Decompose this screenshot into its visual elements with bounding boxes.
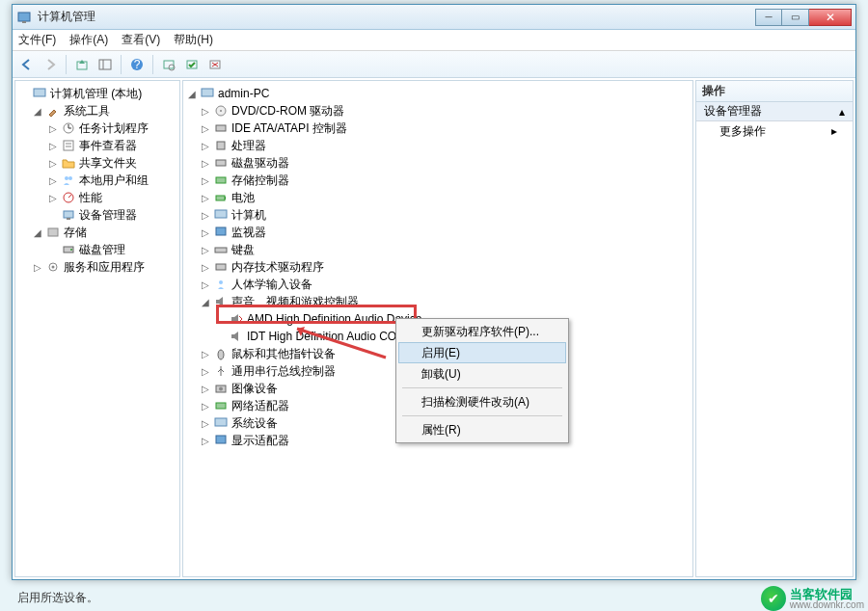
svg-point-19 [68,176,72,180]
show-hide-tree-button[interactable] [95,54,116,75]
svg-rect-46 [216,403,226,409]
close-button[interactable]: ✕ [809,9,852,26]
svg-rect-41 [216,264,226,270]
window-buttons: ─ ▭ ✕ [755,9,852,26]
actions-more[interactable]: 更多操作 ▸ [696,121,853,141]
svg-rect-35 [216,177,226,183]
ctx-scan[interactable]: 扫描检测硬件改动(A) [398,391,566,412]
dev-hid[interactable]: ▷人体学输入设备 [185,276,691,293]
event-icon [61,138,76,153]
ctx-properties[interactable]: 属性(R) [398,419,566,440]
tree-disk-mgmt[interactable]: ▷磁盘管理 [17,241,177,258]
actions-section[interactable]: 设备管理器 ▴ [696,102,853,121]
dev-storage-ctrl[interactable]: ▷存储控制器 [185,172,691,189]
svg-point-28 [52,266,55,269]
minimize-button[interactable]: ─ [755,9,782,26]
dev-sound[interactable]: ◢声音、视频和游戏控制器 [185,293,691,310]
forward-button[interactable] [40,54,61,75]
dev-monitor[interactable]: ▷监视器 [185,224,691,241]
sound-icon [213,294,229,309]
dev-battery[interactable]: ▷电池 [185,189,691,206]
tree-task-scheduler[interactable]: ▷任务计划程序 [17,120,177,137]
dev-memory[interactable]: ▷内存技术驱动程序 [185,258,691,276]
dev-ide[interactable]: ▷IDE ATA/ATAPI 控制器 [185,120,691,137]
disk-icon [213,155,229,171]
svg-point-26 [70,249,72,251]
svg-rect-3 [99,60,111,69]
network-icon [213,398,229,413]
system-icon [213,415,229,431]
titlebar: 计算机管理 ─ ▭ ✕ [13,5,855,30]
ctx-separator [402,415,562,416]
svg-rect-23 [67,218,70,220]
services-icon [45,259,61,275]
svg-rect-39 [216,227,226,235]
battery-icon [213,190,229,205]
maximize-button[interactable]: ▭ [782,9,809,26]
menu-file[interactable]: 文件(F) [18,32,56,48]
memory-icon [213,259,229,275]
tree-services[interactable]: ▷服务和应用程序 [17,258,177,276]
toolbar: ? [13,51,855,78]
svg-line-21 [68,195,71,198]
menu-help[interactable]: 帮助(H) [174,32,213,48]
menu-action[interactable]: 操作(A) [69,32,108,48]
computer-icon [213,207,229,223]
chevron-right-icon: ▸ [831,124,837,138]
perf-icon [61,190,76,205]
statusbar: 启用所选设备。 [12,588,856,607]
tree-device-manager[interactable]: ▷设备管理器 [17,206,177,224]
svg-rect-24 [48,228,58,236]
display-icon [213,433,229,448]
watermark-logo-icon: ✔ [761,586,786,611]
tree-root[interactable]: ▷计算机管理 (本地) [17,85,177,102]
collapse-icon: ▴ [839,105,845,119]
dev-disk[interactable]: ▷磁盘驱动器 [185,154,691,172]
svg-rect-34 [216,160,226,166]
svg-rect-1 [22,21,26,23]
tree-system-tools[interactable]: ◢系统工具 [17,102,177,120]
actions-header: 操作 [696,81,853,102]
tree-performance[interactable]: ▷性能 [17,189,177,206]
ctx-uninstall[interactable]: 卸载(U) [398,363,566,385]
scan-button[interactable] [158,54,179,75]
dev-dvd[interactable]: ▷DVD/CD-ROM 驱动器 [185,102,691,120]
ctx-update-driver[interactable]: 更新驱动程序软件(P)... [398,321,566,342]
ctx-enable[interactable]: 启用(E) [398,342,566,363]
uninstall-button[interactable] [204,54,226,75]
tree-shared-folders[interactable]: ▷共享文件夹 [17,154,177,172]
up-button[interactable] [71,54,93,75]
audio-device-icon [229,311,244,327]
tree-local-users[interactable]: ▷本地用户和组 [17,172,177,189]
context-menu: 更新驱动程序软件(P)... 启用(E) 卸载(U) 扫描检测硬件改动(A) 属… [395,318,569,443]
nav-pane: ▷计算机管理 (本地) ◢系统工具 ▷任务计划程序 ▷事件查看器 ▷共享文件夹 … [14,80,180,577]
svg-text:?: ? [134,58,141,71]
back-button[interactable] [16,54,38,75]
dev-root[interactable]: ◢admin-PC [185,85,691,102]
menubar: 文件(F) 操作(A) 查看(V) 帮助(H) [13,30,855,51]
storage-icon [45,225,61,240]
computer-icon [32,86,47,101]
dev-computer[interactable]: ▷计算机 [185,206,691,224]
svg-point-31 [220,110,222,112]
svg-rect-37 [225,197,226,199]
svg-rect-48 [216,436,226,443]
enable-button[interactable] [181,54,203,75]
usb-icon [213,363,229,379]
tree-storage[interactable]: ◢存储 [17,224,177,241]
tree-event-viewer[interactable]: ▷事件查看器 [17,137,177,154]
svg-point-45 [219,387,223,391]
app-icon [16,10,32,25]
svg-rect-13 [34,89,45,96]
help-button[interactable]: ? [126,54,148,75]
dev-keyboard[interactable]: ▷键盘 [185,241,691,258]
menu-view[interactable]: 查看(V) [122,32,160,48]
svg-rect-40 [215,248,227,252]
camera-icon [213,381,229,396]
dev-cpu[interactable]: ▷处理器 [185,137,691,154]
computer-icon [200,86,215,101]
device-icon [61,207,76,223]
svg-point-18 [65,176,68,180]
actions-pane: 操作 设备管理器 ▴ 更多操作 ▸ [695,80,854,577]
svg-rect-36 [216,196,225,200]
